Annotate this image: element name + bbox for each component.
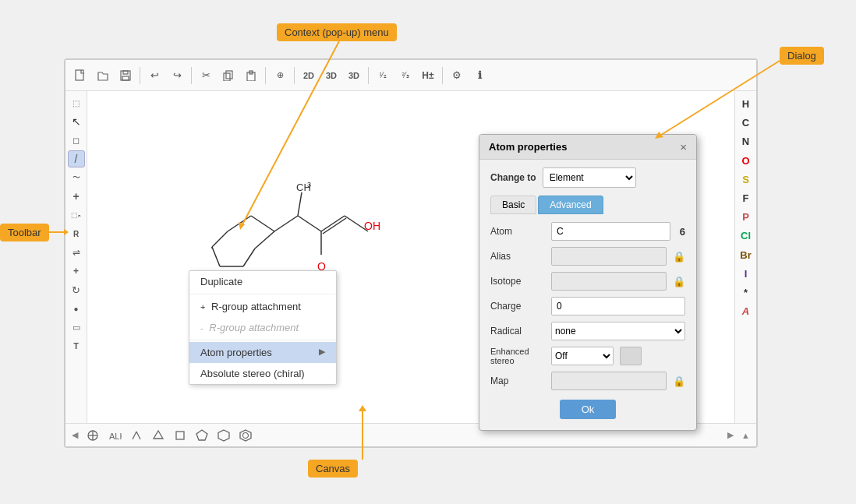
- toolbar-left: ⬚ ↖ ◻ / 〜 + ⬚ₙ R ⇌ + ↻ ● ▭ T: [65, 91, 87, 423]
- save-button[interactable]: [115, 65, 136, 86]
- enhanced-stereo-row: Enhanced stereo Off And Or Abs: [490, 347, 685, 365]
- element-p-button[interactable]: P: [742, 210, 749, 224]
- svg-rect-12: [226, 71, 232, 79]
- element-n-button[interactable]: N: [742, 135, 749, 149]
- select-lasso-button[interactable]: ⬚: [68, 94, 85, 111]
- svg-rect-42: [176, 432, 184, 439]
- template-2-button[interactable]: ALK: [104, 425, 125, 446]
- element-h-button[interactable]: H: [742, 97, 749, 111]
- rgroup-button[interactable]: R: [68, 225, 85, 242]
- svg-line-18: [274, 216, 298, 231]
- rectangle-button[interactable]: ▭: [68, 319, 85, 336]
- 3d-button[interactable]: 3D: [321, 65, 341, 86]
- isotope-lock-icon: 🔒: [673, 276, 685, 287]
- svg-text:OH: OH: [364, 220, 380, 232]
- element-a-button[interactable]: A: [742, 305, 749, 319]
- atom-properties-menu-item[interactable]: Atom properties ▶: [189, 342, 336, 363]
- template-1-button[interactable]: [83, 425, 103, 446]
- ok-button[interactable]: Ok: [560, 400, 617, 419]
- select-arrow-button[interactable]: ↖: [68, 113, 85, 130]
- ring-4-button[interactable]: [170, 425, 190, 446]
- right-element-panel: H C N O S F P Cl Br I * A: [734, 91, 756, 423]
- add-button[interactable]: +: [68, 188, 85, 205]
- info-button[interactable]: ℹ: [469, 65, 490, 86]
- cut-button[interactable]: ✂: [196, 65, 216, 86]
- fragment-button[interactable]: ⬚ₙ: [68, 206, 85, 224]
- tab-advanced[interactable]: Advanced: [538, 196, 603, 214]
- zoom-select-button[interactable]: ⊕: [270, 65, 290, 86]
- svg-marker-41: [154, 431, 163, 439]
- ring-6-button[interactable]: [214, 425, 234, 446]
- tab-basic[interactable]: Basic: [490, 196, 536, 214]
- reaction-button[interactable]: ⇌: [68, 244, 85, 261]
- scroll-up-icon[interactable]: ▲: [738, 429, 753, 442]
- atom-button[interactable]: ●: [68, 300, 85, 317]
- fraction1-button[interactable]: ¹⁄₂: [373, 65, 393, 86]
- change-to-select[interactable]: Element Rgroup Atom List: [543, 167, 636, 188]
- bond-single-button[interactable]: /: [68, 150, 85, 167]
- alias-input[interactable]: [551, 247, 667, 266]
- toolbar-top: ↩ ↪ ✂ ⊕ 2D 3D 3D ¹⁄₂ ²⁄₃ H± ⚙ ℹ: [65, 60, 756, 91]
- map-field-label: Map: [490, 375, 545, 386]
- rotate-button[interactable]: ↻: [68, 281, 85, 298]
- duplicate-menu-item[interactable]: Duplicate: [189, 271, 336, 292]
- charge-row: Charge: [490, 297, 685, 315]
- isotope-input[interactable]: [551, 272, 667, 291]
- separator-1: [140, 67, 140, 84]
- svg-line-16: [228, 216, 251, 231]
- radical-select[interactable]: none singlet doublet triplet: [551, 322, 685, 340]
- ring-benz-button[interactable]: [235, 425, 256, 446]
- charge-input[interactable]: [551, 297, 685, 315]
- element-o-button[interactable]: O: [741, 154, 749, 168]
- dialog-close-button[interactable]: ×: [680, 140, 687, 153]
- enhanced-stereo-label: Enhanced stereo: [490, 347, 545, 365]
- remove-rgroup-menu-item: - R-group attachment: [189, 317, 336, 338]
- redo-button[interactable]: ↪: [167, 65, 187, 86]
- eraser-button[interactable]: ◻: [68, 132, 85, 149]
- ring-5-button[interactable]: [192, 425, 212, 446]
- open-button[interactable]: [93, 65, 113, 86]
- stereo-button[interactable]: 3D: [344, 65, 364, 86]
- undo-button[interactable]: ↩: [144, 65, 164, 86]
- element-f-button[interactable]: F: [743, 192, 749, 206]
- dialog-body: Change to Element Rgroup Atom List Basic…: [479, 160, 696, 430]
- element-i-button[interactable]: I: [745, 267, 748, 281]
- add-rgroup-menu-item[interactable]: + R-group attachment: [189, 296, 336, 317]
- charge-field-label: Charge: [490, 301, 545, 312]
- atom-input[interactable]: [551, 222, 670, 241]
- svg-line-17: [251, 216, 274, 231]
- isotope-row: Isotope 🔒: [490, 272, 685, 291]
- ring-3-button[interactable]: [148, 425, 168, 446]
- element-cl-button[interactable]: Cl: [741, 229, 751, 243]
- bond-wave-button[interactable]: 〜: [68, 169, 85, 186]
- element-star-button[interactable]: *: [744, 286, 748, 300]
- enhanced-stereo-select[interactable]: Off And Or Abs: [551, 347, 614, 365]
- absolute-stereo-menu-item[interactable]: Absolute stereo (chiral): [189, 363, 336, 384]
- text-button[interactable]: T: [68, 337, 85, 354]
- svg-rect-8: [76, 70, 83, 80]
- paste-button[interactable]: [241, 65, 261, 86]
- 2d-button[interactable]: 2D: [299, 65, 319, 86]
- template-3-button[interactable]: [126, 425, 147, 446]
- map-row: Map 🔒: [490, 372, 685, 390]
- element-s-button[interactable]: S: [742, 173, 749, 187]
- new-button[interactable]: [70, 65, 90, 86]
- scroll-left-icon[interactable]: ◀: [69, 428, 81, 442]
- menu-separator-2: [189, 340, 336, 340]
- svg-line-22: [323, 218, 346, 234]
- copy-button[interactable]: [218, 65, 239, 86]
- context-menu-annotation: Context (pop-up) menu: [277, 23, 397, 41]
- svg-text:3: 3: [307, 181, 311, 189]
- add-atom-button[interactable]: +: [68, 263, 85, 280]
- fraction2-button[interactable]: ²⁄₃: [395, 65, 416, 86]
- atom-field-label: Atom: [490, 226, 545, 237]
- element-br-button[interactable]: Br: [740, 248, 751, 263]
- element-c-button[interactable]: C: [742, 116, 749, 130]
- svg-line-39: [133, 432, 136, 439]
- scroll-right-icon[interactable]: ▶: [724, 428, 737, 442]
- editor-container: ↩ ↪ ✂ ⊕ 2D 3D 3D ¹⁄₂ ²⁄₃ H± ⚙ ℹ ⬚ ↖ ◻ / …: [64, 58, 758, 448]
- svg-marker-44: [218, 430, 229, 441]
- hydrogens-button[interactable]: H±: [418, 65, 438, 86]
- settings-button[interactable]: ⚙: [447, 65, 467, 86]
- map-input[interactable]: [551, 372, 667, 390]
